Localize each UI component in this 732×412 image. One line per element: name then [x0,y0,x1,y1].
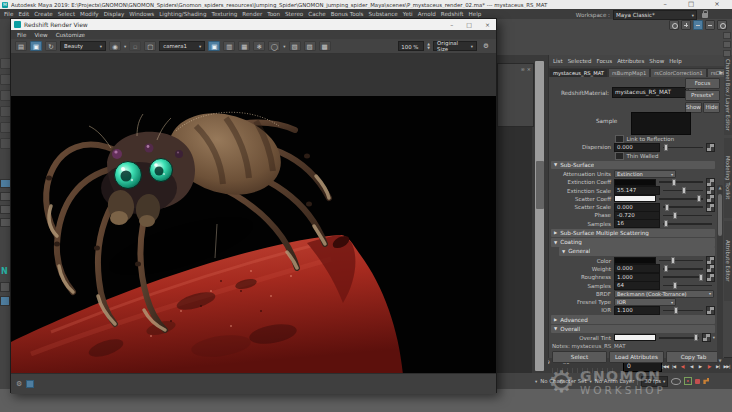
camera-icon[interactable]: ▥ [223,41,235,51]
slider-handle[interactable] [699,274,703,281]
slider-handle[interactable] [671,257,675,264]
slider-handle[interactable] [664,220,668,227]
slider-extinction-coeff[interactable] [659,178,703,186]
select-button[interactable]: Select [552,351,607,363]
go-to-start-button[interactable]: |◀◀ [661,364,670,369]
menu-render[interactable]: Render [242,11,262,17]
slider-samples[interactable] [663,220,712,228]
color-swatch-overall-tint[interactable] [614,334,656,341]
anim-layer-dropdown[interactable]: No Anim Layer [595,378,635,384]
save-image-icon[interactable]: ▧ [289,41,301,51]
ae-menu-attributes[interactable]: Attributes [617,58,644,64]
minimize-button[interactable]: – [652,0,678,9]
slider-weight[interactable] [663,265,703,273]
presets-button[interactable]: Presets* [685,90,720,101]
play-forwards-button[interactable]: ▶ [696,364,705,369]
character-set-dropdown[interactable]: No Character Set [540,378,586,384]
grid-icon[interactable]: ▦ [238,41,250,51]
gear-icon[interactable]: ⚙ [16,380,22,388]
slider-roughness[interactable] [663,273,703,281]
dropdown-attenuation-units[interactable]: Extinction▾ [614,170,676,178]
menu-display[interactable]: Display [104,11,125,17]
slider-handle[interactable] [682,187,686,194]
anim-prefs-icon[interactable] [695,379,700,384]
highlighted-tool-icon[interactable] [0,296,10,306]
field-samples[interactable]: 16 [614,219,660,228]
sidebar-toggle-icon[interactable] [723,50,731,57]
menu-select[interactable]: Select [58,11,75,17]
lock-camera-icon[interactable]: ▣ [208,41,220,51]
gear-icon[interactable]: ⚙ [480,41,492,51]
menu-bonus-tools[interactable]: Bonus Tools [331,11,364,17]
crop-icon[interactable]: ▢ [144,41,156,51]
step-forward-frame-button[interactable]: ▶| [713,364,722,369]
slider-handle[interactable] [673,282,677,289]
minimize-button[interactable]: – [450,21,453,28]
section-general[interactable]: ▼General [559,247,715,256]
display-size-dropdown[interactable]: Original Size ▾ [433,41,477,51]
maximize-button[interactable]: □ [678,0,704,9]
section-advanced[interactable]: ▶Advanced [551,315,715,324]
slider-handle[interactable] [674,307,678,314]
slider-handle[interactable] [664,144,668,151]
section-sub-surface-multiple-scattering[interactable]: ▶Sub-Surface Multiple Scattering [551,229,715,238]
close-button[interactable]: × [485,21,490,28]
speech-bubble-icon[interactable] [671,378,681,385]
ae-menu-show[interactable]: Show [649,58,664,64]
close-icon[interactable]: × [527,66,531,72]
slider-scatter-coeff[interactable] [659,195,703,203]
slider-scatter-scale[interactable] [663,203,703,211]
material-preview-swatch[interactable] [631,112,691,135]
start-ipr-icon[interactable]: ▣ [30,41,42,51]
menu-help[interactable]: Help [468,11,481,17]
dropdown-brdf[interactable]: Beckmann (Cook-Torrance)▾ [614,290,714,298]
menu-toon[interactable]: Toon [267,11,280,17]
texture-connect-icon[interactable] [706,306,715,315]
workspace-dropdown[interactable]: Maya Classic* ▾ [613,10,697,20]
subtract-icon[interactable] [693,20,703,30]
section-sub-surface[interactable]: ▼Sub-Surface [551,161,715,170]
maximize-button[interactable]: □ [466,21,472,28]
slider-handle[interactable] [694,334,698,341]
texture-connect-icon[interactable] [706,143,715,152]
render-viewport[interactable] [11,54,496,373]
menu-redshift[interactable]: Redshift [441,11,464,17]
ae-menu-selected[interactable]: Selected [568,58,592,64]
slider-overall-tint[interactable] [659,334,699,342]
field-ior[interactable]: 1.100 [614,306,660,315]
menu-cache[interactable]: Cache [308,11,325,17]
ae-tab-rsbumpmap1[interactable]: rsBumpMap1 [608,68,650,78]
slider-handle[interactable] [672,179,676,186]
scroll-up-icon[interactable]: ▲ [717,185,723,190]
menu-texturing[interactable]: Texturing [211,11,237,17]
copy-tab-button[interactable]: Copy Tab [666,351,721,363]
menu-edit[interactable]: Edit [18,11,29,17]
scrollbar[interactable] [535,61,544,371]
menu-windows[interactable]: Windows [129,11,154,17]
auto-key-icon[interactable] [684,377,692,385]
menu-file[interactable]: File [4,11,13,17]
slider-color[interactable] [659,257,703,265]
ae-menu-list[interactable]: List [553,58,563,64]
link-icon[interactable]: ∞ [521,66,525,72]
side-tab-channel-box-layer-editor[interactable]: Channel Box / Layer Editor [723,55,732,135]
dropdown-fresnel-type[interactable]: IOR▾ [614,298,676,306]
menu-create[interactable]: Create [34,11,53,17]
rs-menu-customize[interactable]: Customize [56,32,85,38]
ae-scrollbar[interactable]: ▲ ▼ [717,185,723,363]
sidebar-toggle-icon[interactable] [723,32,731,39]
notes-field[interactable]: Notes: mystaceus_RS_MAT [549,342,724,349]
material-name-field[interactable]: mystaceus_RS_MAT [612,87,686,98]
zoom-spinner[interactable]: ▲▼ [427,42,430,50]
rs-menu-file[interactable]: File [17,32,26,38]
menu-stereo[interactable]: Stereo [285,11,303,17]
rsview-titlebar[interactable]: Redshift Render View – □ × [11,19,496,30]
section-coating[interactable]: ▼Coating [551,238,715,247]
slider-samples[interactable] [663,282,712,290]
checkbox-thin-walled[interactable] [615,152,624,161]
copy-image-icon[interactable]: ▩ [319,41,331,51]
settings-icon[interactable] [0,282,10,292]
field-extinction-scale[interactable]: 55.147 [614,186,660,195]
texture-connect-icon[interactable] [706,203,715,212]
side-tab-modeling-toolkit[interactable]: Modeling Toolkit [723,138,732,218]
